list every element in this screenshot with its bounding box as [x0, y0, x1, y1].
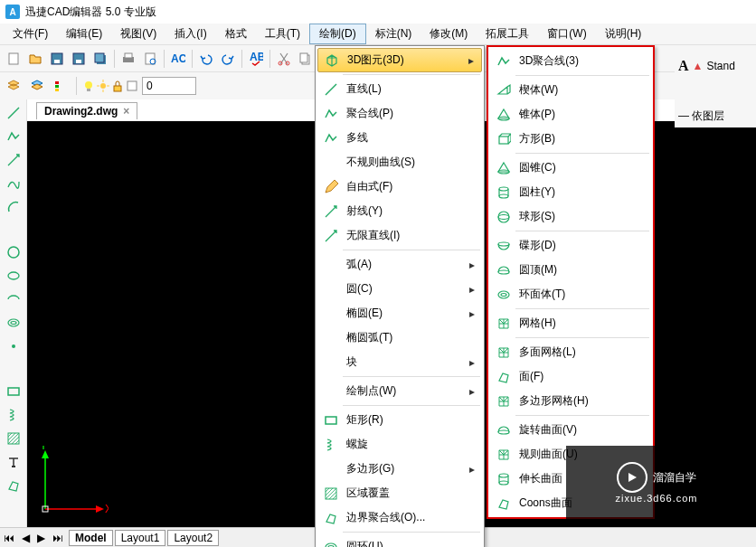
menuitem-F[interactable]: 自由式(F) — [317, 174, 482, 199]
menuitem-Y[interactable]: 圆柱(Y) — [490, 180, 651, 204]
menu-1[interactable]: 编辑(E) — [57, 24, 111, 44]
cyl-icon — [494, 183, 514, 203]
menuitem-label: 圆环(U) — [346, 539, 475, 547]
ellipse-arc-tool-icon[interactable] — [4, 289, 24, 309]
menu-0[interactable]: 文件(F) — [4, 24, 57, 44]
menu-4[interactable]: 格式 — [216, 24, 256, 44]
menu-2[interactable]: 视图(V) — [111, 24, 165, 44]
donut-tool-icon[interactable] — [4, 313, 24, 333]
menuitem-I[interactable]: 无限直线(I) — [317, 223, 482, 248]
svg-rect-14 — [9, 53, 18, 64]
menuitem-3D3D[interactable]: 3D图元(3D)▸ — [317, 48, 482, 72]
layout-tab-layout1[interactable]: Layout1 — [115, 530, 166, 546]
menuitem-S[interactable]: 不规则曲线(S) — [317, 150, 482, 174]
region-tool-icon[interactable] — [4, 476, 24, 495]
menu-3[interactable]: 插入(I) — [165, 24, 215, 44]
open-file-icon[interactable] — [25, 49, 45, 69]
menuitem-S[interactable]: 球形(S) — [490, 204, 651, 229]
tabs-prev-icon[interactable]: ◀ — [18, 532, 33, 544]
circle-tool-icon[interactable] — [4, 242, 24, 262]
layout-tab-model[interactable]: Model — [69, 530, 113, 546]
new-file-icon[interactable] — [4, 49, 24, 69]
menuitem-H[interactable]: 多边形网格(H) — [490, 389, 651, 413]
print-icon[interactable] — [118, 49, 138, 69]
hatch-tool-icon[interactable] — [4, 429, 24, 448]
menu-11[interactable]: 说明(H) — [596, 24, 651, 44]
menuitem-C[interactable]: 圆锥(C) — [490, 156, 651, 180]
menu-9[interactable]: 拓展工具 — [477, 24, 538, 44]
menuitem-E[interactable]: 椭圆(E)▸ — [317, 301, 482, 325]
menu-10[interactable]: 窗口(W) — [538, 24, 595, 44]
menuitem-C[interactable]: 圆(C)▸ — [317, 277, 482, 301]
tabs-next-icon[interactable]: ▶ — [33, 532, 49, 544]
xline-tool-icon[interactable] — [4, 150, 24, 170]
tabs-first-icon[interactable]: ⏮ — [0, 532, 18, 544]
menuitem-G[interactable]: 多边形(G)▸ — [317, 457, 482, 481]
menuitem-R[interactable]: 矩形(R) — [317, 408, 482, 432]
menu-6[interactable]: 绘制(D) — [309, 24, 366, 44]
menuitem-Y[interactable]: 射线(Y) — [317, 199, 482, 223]
menuitem-F[interactable]: 面(F) — [490, 364, 651, 389]
menuitem-W[interactable]: 绘制点(W)▸ — [317, 379, 482, 403]
menuitem-T[interactable]: 椭圆弧(T) — [317, 325, 482, 350]
cut-icon[interactable] — [274, 49, 294, 69]
menu-7[interactable]: 标注(N) — [366, 24, 421, 44]
menuitem-3D3[interactable]: 3D聚合线(3) — [490, 49, 651, 73]
text-tool-icon[interactable] — [4, 452, 24, 472]
menuitem-T[interactable]: 环面体(T) — [490, 282, 651, 307]
menuitem-B[interactable]: 方形(B) — [490, 127, 651, 151]
menuitem-[interactable]: 螺旋 — [317, 432, 482, 457]
spellcheck-icon[interactable]: ABC — [246, 49, 266, 69]
menuitem-[interactable]: 区域覆盖 — [317, 481, 482, 505]
print-preview-icon[interactable] — [140, 49, 160, 69]
menuitem-O[interactable]: 边界聚合线(O)... — [317, 505, 482, 530]
menuitem-P[interactable]: 聚合线(P) — [317, 101, 482, 126]
polyline-tool-icon[interactable] — [4, 127, 24, 146]
menuitem-[interactable]: 块▸ — [317, 350, 482, 374]
ellipse-tool-icon[interactable] — [4, 266, 24, 286]
menu-5[interactable]: 工具(T) — [256, 24, 309, 44]
rectangle-tool-icon[interactable] — [4, 382, 24, 401]
menuitem-M[interactable]: 圆顶(M) — [490, 258, 651, 282]
layout-tab-layout2[interactable]: Layout2 — [167, 530, 219, 546]
layer-states-icon[interactable] — [27, 76, 47, 96]
blank-icon — [321, 459, 341, 479]
menuitem-D[interactable]: 碟形(D) — [490, 233, 651, 258]
menuitem-[interactable]: 多线 — [317, 126, 482, 150]
layer-properties[interactable] — [82, 80, 138, 92]
save-icon[interactable] — [47, 49, 67, 69]
menuitem-label: 网格(H) — [519, 316, 644, 331]
layer-list-icon[interactable] — [51, 76, 71, 96]
arc-tool-icon[interactable] — [4, 197, 24, 217]
copy-icon[interactable] — [296, 49, 316, 69]
find-icon[interactable]: ACIS — [168, 49, 188, 69]
svg-rect-22 — [125, 53, 132, 58]
watermark-brand: 溜溜自学 — [653, 470, 696, 486]
menuitem-V[interactable]: 旋转曲面(V) — [490, 418, 651, 442]
menuitem-A[interactable]: 弧(A)▸ — [317, 252, 482, 277]
menuitem-H[interactable]: 网格(H) — [490, 311, 651, 335]
menuitem-label: 多线 — [346, 130, 475, 146]
undo-icon[interactable] — [196, 49, 216, 69]
line-tool-icon[interactable] — [4, 103, 24, 123]
tabs-last-icon[interactable]: ⏭ — [49, 532, 67, 544]
point-tool-icon[interactable] — [4, 336, 24, 356]
menuitem-P[interactable]: 锥体(P) — [490, 102, 651, 127]
menuitem-L[interactable]: 多面网格(L) — [490, 340, 651, 364]
right-toolbar-fragment: A▲ Stand — 依图层 — [675, 54, 756, 127]
svg-text:Y: Y — [40, 446, 47, 452]
close-tab-icon[interactable]: × — [123, 105, 129, 118]
doc-tab[interactable]: Drawing2.dwg × — [36, 102, 137, 119]
menuitem-U[interactable]: 圆环(U) — [317, 534, 482, 547]
redo-icon[interactable] — [218, 49, 238, 69]
helix-tool-icon[interactable] — [4, 405, 24, 425]
menuitem-label: 圆顶(M) — [519, 262, 644, 278]
save-as-icon[interactable] — [69, 49, 89, 69]
layer-name-dropdown[interactable]: 0 — [142, 77, 196, 95]
menuitem-L[interactable]: 直线(L) — [317, 77, 482, 101]
spline-tool-icon[interactable] — [4, 174, 24, 193]
menuitem-W[interactable]: 楔体(W) — [490, 78, 651, 102]
save-all-icon[interactable] — [90, 49, 110, 69]
layer-manager-icon[interactable] — [4, 76, 24, 96]
menu-8[interactable]: 修改(M) — [421, 24, 477, 44]
